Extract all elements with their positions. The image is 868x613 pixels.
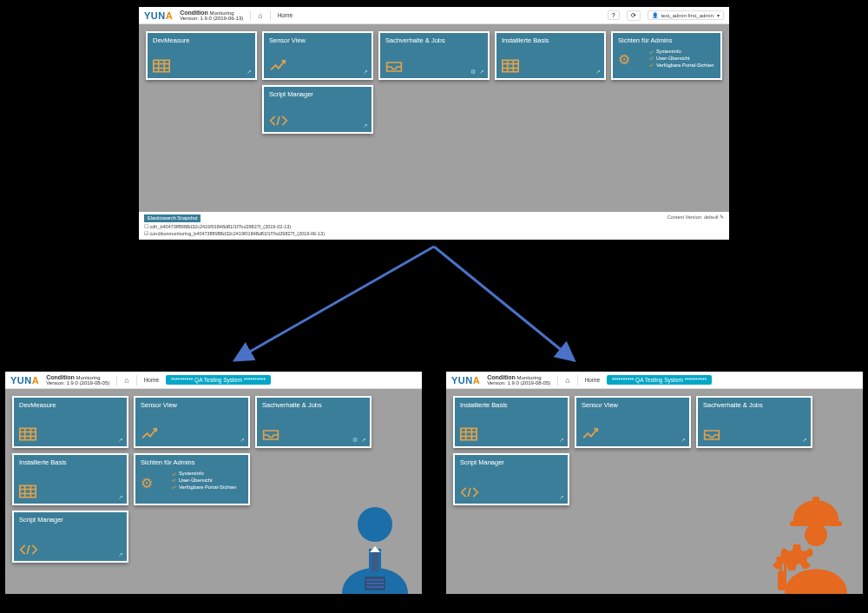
popout-icon[interactable]: ↗ xyxy=(118,551,123,558)
tile-installierte[interactable]: Installierte Basis ↗ xyxy=(495,31,606,80)
popout-icon[interactable]: ↗ xyxy=(361,437,366,444)
svg-rect-43 xyxy=(784,564,786,573)
tile-sachverhalte[interactable]: Sachverhalte & Jobs ⚙ ↗ xyxy=(378,31,490,80)
svg-line-37 xyxy=(468,488,470,497)
tile-sichten[interactable]: Sichten für Admins ⚙ Systeminfo User-Übe… xyxy=(611,31,722,80)
tile-sichten[interactable]: Sichten für Admins ⚙ Systeminfo User-Übe… xyxy=(134,453,250,505)
grid-icon xyxy=(19,427,36,441)
tile-sensorview[interactable]: Sensor View ↗ xyxy=(262,31,373,80)
popout-icon[interactable]: ↗ xyxy=(363,122,368,129)
tile-scriptmanager[interactable]: Script Manager ↗ xyxy=(12,511,128,563)
code-icon xyxy=(460,486,479,498)
content-version[interactable]: Content Version: default ✎ xyxy=(667,214,724,221)
popout-icon[interactable]: ↗ xyxy=(479,69,484,76)
tile-title: DevMeasure xyxy=(19,401,122,409)
grid-icon xyxy=(19,484,36,498)
home-icon[interactable]: ⌂ xyxy=(258,11,262,20)
app-version: Version: 1.9.0 (2019-08-05) xyxy=(487,380,550,386)
tile-scriptmanager[interactable]: Script Manager ↗ xyxy=(453,453,569,505)
popout-icon[interactable]: ↗ xyxy=(240,437,245,444)
grid-icon xyxy=(153,59,170,73)
line-chart-icon xyxy=(269,59,288,73)
svg-point-40 xyxy=(805,524,827,546)
logo: YUNA xyxy=(451,375,480,386)
popout-icon[interactable]: ↗ xyxy=(559,437,564,444)
tile-sachverhalte[interactable]: Sachverhalte & Jobs ↗ xyxy=(696,396,812,448)
popout-icon[interactable]: ↗ xyxy=(802,437,807,444)
persona-admin-icon xyxy=(332,498,418,594)
footer-line: ☑ conditionmonitoring_b40473ff8988d32c24… xyxy=(144,231,325,236)
tile-sublist: Systeminfo User-Übersicht Verfügbare Por… xyxy=(649,49,713,69)
tile-sensorview[interactable]: Sensor View ↗ xyxy=(134,396,250,448)
footer: Elasticsearch Snapshot ☐ cdh_b40473ff898… xyxy=(139,212,729,240)
app-version: Version: 1.9.0 (2019-06-13) xyxy=(180,16,243,21)
refresh-button[interactable]: ⟳ xyxy=(627,10,641,21)
tile-title: Sachverhalte & Jobs xyxy=(703,401,806,409)
tile-title: Sensor View xyxy=(582,401,684,409)
app-version: Version: 1.9.0 (2019-08-05) xyxy=(46,380,109,386)
user-icon: 👤 xyxy=(652,12,658,18)
popout-icon[interactable]: ↗ xyxy=(363,69,368,76)
sublist-item[interactable]: Verfügbare Portal-Sichten xyxy=(649,63,713,69)
svg-line-12 xyxy=(434,247,573,359)
svg-rect-42 xyxy=(779,564,782,573)
popout-icon[interactable]: ↗ xyxy=(118,494,123,501)
tile-sachverhalte[interactable]: Sachverhalte & Jobs ⚙ ↗ xyxy=(255,396,372,448)
grid-icon xyxy=(460,427,477,441)
breadcrumb-home[interactable]: Home xyxy=(144,377,159,383)
svg-point-24 xyxy=(358,507,392,542)
tile-devmeasure[interactable]: DevMeasure ↗ xyxy=(146,31,257,80)
inbox-icon xyxy=(385,61,403,73)
app-title: Condition Monitoring Version: 1.9.0 (201… xyxy=(180,10,243,22)
inbox-icon xyxy=(262,429,279,441)
dashboard-panel-operator: YUNA Condition Monitoring Version: 1.9.0… xyxy=(446,372,863,594)
sublist-item[interactable]: Systeminfo xyxy=(172,471,236,478)
inbox-icon xyxy=(703,429,720,441)
tile-title: Sachverhalte & Jobs xyxy=(262,401,365,409)
popout-icon[interactable]: ↗ xyxy=(559,494,564,501)
sublist-item[interactable]: Systeminfo xyxy=(649,49,713,56)
tile-installierte[interactable]: Installierte Basis ↗ xyxy=(12,453,128,505)
popout-icon[interactable]: ↗ xyxy=(595,69,601,76)
breadcrumb-home[interactable]: Home xyxy=(278,12,293,18)
home-icon[interactable]: ⌂ xyxy=(124,376,128,385)
tile-installierte[interactable]: Installierte Basis ↗ xyxy=(453,396,569,448)
svg-rect-38 xyxy=(812,497,819,505)
footer-badge: Elasticsearch Snapshot xyxy=(144,214,201,222)
svg-rect-5 xyxy=(503,60,518,71)
sublist-item[interactable]: User-Übersicht xyxy=(172,478,236,484)
svg-line-23 xyxy=(27,545,30,554)
persona-operator-icon xyxy=(764,490,859,594)
code-icon xyxy=(19,544,38,556)
tile-title: Sichten für Admins xyxy=(141,458,243,466)
breadcrumb-home[interactable]: Home xyxy=(585,377,600,383)
tile-title: Sichten für Admins xyxy=(618,36,715,44)
tile-title: Script Manager xyxy=(19,516,122,524)
tile-title: Sensor View xyxy=(269,36,366,44)
gear-icon: ⚙ xyxy=(141,475,153,491)
tile-title: Installierte Basis xyxy=(502,36,599,44)
tile-sensorview[interactable]: Sensor View ↗ xyxy=(575,396,691,448)
home-icon[interactable]: ⌂ xyxy=(565,376,569,385)
tile-title: Sensor View xyxy=(141,401,243,409)
popout-icon[interactable]: ↗ xyxy=(247,69,252,76)
code-icon xyxy=(269,115,288,127)
tile-sublist: Systeminfo User-Übersicht Verfügbare Por… xyxy=(172,471,236,491)
line-chart-icon xyxy=(141,427,160,441)
topbar: YUNA Condition Monitoring Version: 1.9.0… xyxy=(5,372,422,389)
app-title: Condition Monitoring Version: 1.9.0 (201… xyxy=(46,374,109,386)
account-label: test_admin first_admin xyxy=(661,13,713,18)
popout-icon[interactable]: ↗ xyxy=(681,437,686,444)
qa-badge: ********** QA Testing System ********** xyxy=(607,375,712,385)
line-chart-icon xyxy=(582,427,601,441)
gear-small-icon[interactable]: ⚙ xyxy=(352,437,358,444)
help-button[interactable]: ? xyxy=(608,10,620,20)
gear-small-icon[interactable]: ⚙ xyxy=(470,69,476,76)
tile-devmeasure[interactable]: DevMeasure ↗ xyxy=(12,396,128,448)
tile-title: Installierte Basis xyxy=(19,458,122,466)
tile-scriptmanager[interactable]: Script Manager ↗ xyxy=(262,85,373,134)
account-menu[interactable]: 👤 test_admin first_admin ▾ xyxy=(648,10,724,20)
sublist-item[interactable]: User-Übersicht xyxy=(649,56,713,63)
sublist-item[interactable]: Verfügbare Portal-Sichten xyxy=(172,484,236,491)
popout-icon[interactable]: ↗ xyxy=(118,437,123,444)
